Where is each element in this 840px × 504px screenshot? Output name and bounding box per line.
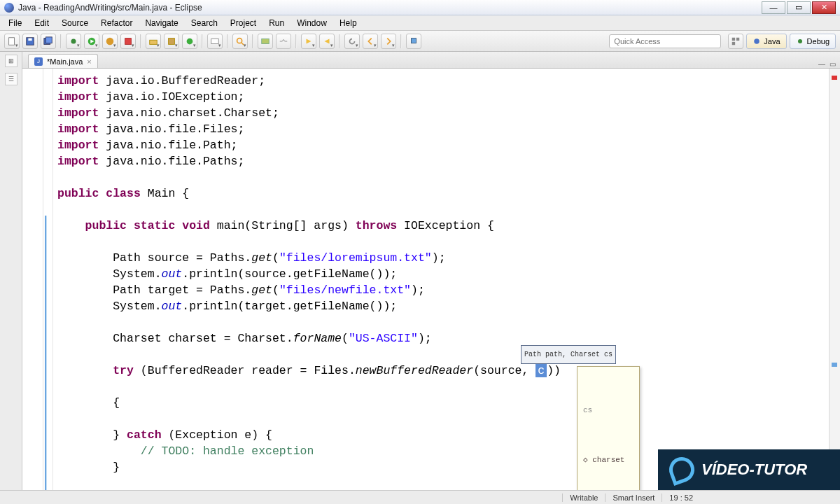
svg-point-22 [798, 39, 802, 43]
svg-rect-0 [9, 37, 15, 45]
left-trim: ⊞ ☰ [0, 52, 22, 490]
svg-rect-11 [169, 38, 175, 44]
debug-button[interactable] [66, 34, 81, 49]
svg-rect-17 [412, 38, 416, 43]
menu-project[interactable]: Project [225, 17, 262, 29]
menu-window[interactable]: Window [291, 17, 332, 29]
external-tools-button[interactable] [120, 34, 136, 49]
status-writable: Writable [562, 493, 605, 502]
perspective-java[interactable]: Java [746, 34, 786, 49]
autocomplete-popup[interactable]: cs ◇ charset null [577, 366, 640, 490]
minimize-button[interactable]: — [762, 1, 785, 14]
save-all-button[interactable] [41, 34, 56, 49]
status-cursor-pos: 19 : 52 [662, 493, 700, 502]
svg-rect-10 [150, 40, 158, 44]
cursor-selection: c [536, 364, 547, 377]
menu-search[interactable]: Search [186, 17, 223, 29]
minimize-view-icon[interactable]: — [818, 60, 825, 68]
parameter-hint: Path path, Charset cs [521, 345, 616, 364]
fold-range-bar [45, 216, 47, 490]
save-button[interactable] [22, 34, 38, 49]
maximize-button[interactable]: ▭ [787, 1, 811, 14]
overview-error-marker[interactable] [832, 76, 837, 80]
ruler: ✕ [22, 69, 43, 490]
autocomplete-item[interactable]: ◇ charset [582, 451, 635, 469]
eclipse-icon [4, 3, 14, 13]
statusbar: Writable Smart Insert 19 : 52 [0, 490, 840, 504]
new-class-button[interactable] [182, 34, 197, 49]
java-file-icon: J [34, 57, 43, 66]
last-edit-button[interactable] [344, 34, 360, 49]
run-last-button[interactable] [102, 34, 118, 49]
editor-pane: J *Main.java × — ▭ ✕ import java.io.Buff… [22, 52, 840, 490]
menu-run[interactable]: Run [263, 17, 290, 29]
status-insert-mode: Smart Insert [605, 493, 662, 502]
pin-editor-button[interactable] [406, 34, 421, 49]
perspective-bar: Java Debug [724, 34, 836, 49]
svg-rect-19 [736, 37, 739, 40]
watermark-text: VÍDEO-TUTOR [701, 461, 807, 479]
open-perspective-button[interactable] [728, 34, 743, 49]
svg-rect-2 [28, 38, 31, 41]
svg-rect-18 [732, 37, 735, 40]
search-button[interactable] [232, 34, 248, 49]
fold-column [43, 69, 53, 490]
window-titlebar: Java - ReadingAndWriting/src/Main.java -… [0, 0, 840, 15]
overview-caret-marker [832, 363, 837, 367]
watermark: VÍDEO-TUTOR [658, 449, 840, 490]
perspective-debug[interactable]: Debug [790, 34, 836, 49]
outline-icon[interactable]: ☰ [5, 73, 18, 85]
menubar: File Edit Source Refactor Navigate Searc… [0, 15, 840, 31]
run-button[interactable] [84, 34, 99, 49]
svg-point-14 [237, 38, 242, 43]
maximize-view-icon[interactable]: ▭ [830, 60, 836, 68]
overview-ruler[interactable] [829, 69, 840, 490]
tab-main-java[interactable]: J *Main.java × [28, 54, 98, 68]
workspace: ⊞ ☰ J *Main.java × — ▭ ✕ import java.io.… [0, 52, 840, 490]
svg-point-21 [755, 38, 760, 44]
code-editor[interactable]: import java.io.BufferedReader; import ja… [53, 69, 829, 490]
toggle-mark-button[interactable] [258, 34, 273, 49]
autocomplete-item[interactable]: cs [582, 402, 635, 419]
menu-refactor[interactable]: Refactor [95, 17, 138, 29]
svg-point-12 [187, 38, 193, 44]
window-controls: — ▭ ✕ [760, 1, 836, 14]
tab-close-icon[interactable]: × [87, 57, 91, 66]
svg-line-15 [241, 42, 244, 45]
toolbar: Java Debug [0, 31, 840, 52]
menu-navigate[interactable]: Navigate [139, 17, 183, 29]
tab-tools: — ▭ [814, 60, 840, 68]
forward-button[interactable] [381, 34, 396, 49]
prev-annotation-button[interactable] [319, 34, 335, 49]
open-type-button[interactable] [207, 34, 223, 49]
new-package-button[interactable] [164, 34, 179, 49]
toggle-breadcrumb-button[interactable] [276, 34, 291, 49]
new-java-button[interactable] [146, 34, 161, 49]
quick-access-input[interactable] [609, 34, 721, 48]
back-button[interactable] [363, 34, 378, 49]
next-annotation-button[interactable] [301, 34, 316, 49]
menu-file[interactable]: File [3, 17, 27, 29]
editor-tabs: J *Main.java × — ▭ [22, 52, 840, 69]
package-explorer-icon[interactable]: ⊞ [5, 55, 18, 67]
new-button[interactable] [4, 34, 20, 49]
window-title: Java - ReadingAndWriting/src/Main.java -… [18, 3, 760, 13]
svg-rect-13 [211, 38, 219, 43]
editor-body: ✕ import java.io.BufferedReader; import … [22, 69, 840, 490]
svg-rect-4 [46, 36, 52, 43]
tab-label: *Main.java [47, 57, 83, 66]
svg-rect-16 [262, 38, 270, 43]
svg-rect-20 [732, 41, 735, 44]
menu-source[interactable]: Source [56, 17, 94, 29]
watermark-logo-icon [666, 454, 698, 486]
menu-edit[interactable]: Edit [29, 17, 55, 29]
close-button[interactable]: ✕ [812, 1, 836, 14]
svg-point-5 [71, 38, 76, 43]
quick-access [609, 34, 721, 48]
menu-help[interactable]: Help [334, 17, 363, 29]
svg-rect-9 [125, 38, 132, 44]
svg-point-8 [106, 37, 114, 45]
